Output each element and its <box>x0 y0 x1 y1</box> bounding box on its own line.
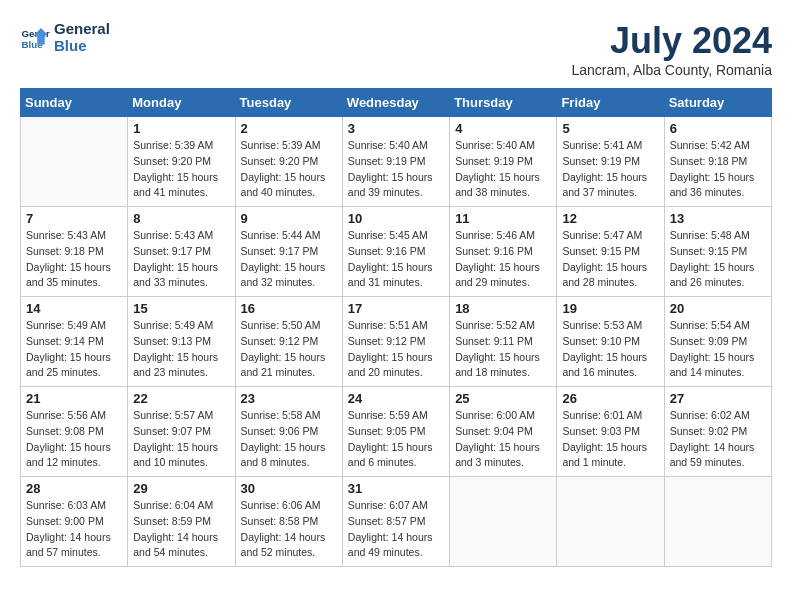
day-info: Sunrise: 5:45 AMSunset: 9:16 PMDaylight:… <box>348 228 444 291</box>
day-info: Sunrise: 5:57 AMSunset: 9:07 PMDaylight:… <box>133 408 229 471</box>
day-number: 11 <box>455 211 551 226</box>
calendar-cell: 19Sunrise: 5:53 AMSunset: 9:10 PMDayligh… <box>557 297 664 387</box>
day-number: 20 <box>670 301 766 316</box>
month-year: July 2024 <box>571 20 772 62</box>
day-number: 14 <box>26 301 122 316</box>
calendar: SundayMondayTuesdayWednesdayThursdayFrid… <box>20 88 772 567</box>
day-info: Sunrise: 5:53 AMSunset: 9:10 PMDaylight:… <box>562 318 658 381</box>
day-number: 21 <box>26 391 122 406</box>
day-info: Sunrise: 5:43 AMSunset: 9:18 PMDaylight:… <box>26 228 122 291</box>
day-info: Sunrise: 5:39 AMSunset: 9:20 PMDaylight:… <box>133 138 229 201</box>
calendar-cell: 4Sunrise: 5:40 AMSunset: 9:19 PMDaylight… <box>450 117 557 207</box>
calendar-week-row: 1Sunrise: 5:39 AMSunset: 9:20 PMDaylight… <box>21 117 772 207</box>
logo-text: General Blue <box>54 20 110 54</box>
day-number: 8 <box>133 211 229 226</box>
day-number: 28 <box>26 481 122 496</box>
day-info: Sunrise: 6:04 AMSunset: 8:59 PMDaylight:… <box>133 498 229 561</box>
day-info: Sunrise: 6:01 AMSunset: 9:03 PMDaylight:… <box>562 408 658 471</box>
day-info: Sunrise: 5:43 AMSunset: 9:17 PMDaylight:… <box>133 228 229 291</box>
day-number: 1 <box>133 121 229 136</box>
calendar-cell: 3Sunrise: 5:40 AMSunset: 9:19 PMDaylight… <box>342 117 449 207</box>
calendar-cell: 31Sunrise: 6:07 AMSunset: 8:57 PMDayligh… <box>342 477 449 567</box>
day-info: Sunrise: 6:03 AMSunset: 9:00 PMDaylight:… <box>26 498 122 561</box>
day-info: Sunrise: 6:02 AMSunset: 9:02 PMDaylight:… <box>670 408 766 471</box>
calendar-cell: 26Sunrise: 6:01 AMSunset: 9:03 PMDayligh… <box>557 387 664 477</box>
calendar-cell: 20Sunrise: 5:54 AMSunset: 9:09 PMDayligh… <box>664 297 771 387</box>
calendar-body: 1Sunrise: 5:39 AMSunset: 9:20 PMDaylight… <box>21 117 772 567</box>
day-number: 2 <box>241 121 337 136</box>
day-info: Sunrise: 5:49 AMSunset: 9:14 PMDaylight:… <box>26 318 122 381</box>
day-info: Sunrise: 6:00 AMSunset: 9:04 PMDaylight:… <box>455 408 551 471</box>
day-info: Sunrise: 5:44 AMSunset: 9:17 PMDaylight:… <box>241 228 337 291</box>
page-header: General Blue General Blue July 2024 Lanc… <box>20 20 772 78</box>
calendar-cell: 1Sunrise: 5:39 AMSunset: 9:20 PMDaylight… <box>128 117 235 207</box>
calendar-cell: 30Sunrise: 6:06 AMSunset: 8:58 PMDayligh… <box>235 477 342 567</box>
calendar-cell: 14Sunrise: 5:49 AMSunset: 9:14 PMDayligh… <box>21 297 128 387</box>
day-number: 10 <box>348 211 444 226</box>
logo-icon: General Blue <box>20 22 50 52</box>
day-info: Sunrise: 5:51 AMSunset: 9:12 PMDaylight:… <box>348 318 444 381</box>
calendar-header-row: SundayMondayTuesdayWednesdayThursdayFrid… <box>21 89 772 117</box>
calendar-cell: 15Sunrise: 5:49 AMSunset: 9:13 PMDayligh… <box>128 297 235 387</box>
day-info: Sunrise: 5:59 AMSunset: 9:05 PMDaylight:… <box>348 408 444 471</box>
calendar-cell: 28Sunrise: 6:03 AMSunset: 9:00 PMDayligh… <box>21 477 128 567</box>
day-info: Sunrise: 5:48 AMSunset: 9:15 PMDaylight:… <box>670 228 766 291</box>
calendar-cell: 2Sunrise: 5:39 AMSunset: 9:20 PMDaylight… <box>235 117 342 207</box>
calendar-cell <box>557 477 664 567</box>
day-info: Sunrise: 5:52 AMSunset: 9:11 PMDaylight:… <box>455 318 551 381</box>
day-info: Sunrise: 5:50 AMSunset: 9:12 PMDaylight:… <box>241 318 337 381</box>
day-number: 3 <box>348 121 444 136</box>
day-number: 16 <box>241 301 337 316</box>
day-number: 31 <box>348 481 444 496</box>
day-number: 26 <box>562 391 658 406</box>
day-number: 24 <box>348 391 444 406</box>
day-number: 29 <box>133 481 229 496</box>
weekday-header: Sunday <box>21 89 128 117</box>
day-info: Sunrise: 5:58 AMSunset: 9:06 PMDaylight:… <box>241 408 337 471</box>
calendar-cell: 17Sunrise: 5:51 AMSunset: 9:12 PMDayligh… <box>342 297 449 387</box>
weekday-header: Friday <box>557 89 664 117</box>
day-info: Sunrise: 6:06 AMSunset: 8:58 PMDaylight:… <box>241 498 337 561</box>
day-number: 22 <box>133 391 229 406</box>
day-info: Sunrise: 5:47 AMSunset: 9:15 PMDaylight:… <box>562 228 658 291</box>
day-number: 23 <box>241 391 337 406</box>
day-number: 12 <box>562 211 658 226</box>
calendar-cell <box>450 477 557 567</box>
day-number: 13 <box>670 211 766 226</box>
calendar-cell: 7Sunrise: 5:43 AMSunset: 9:18 PMDaylight… <box>21 207 128 297</box>
calendar-cell: 10Sunrise: 5:45 AMSunset: 9:16 PMDayligh… <box>342 207 449 297</box>
day-info: Sunrise: 5:40 AMSunset: 9:19 PMDaylight:… <box>348 138 444 201</box>
day-number: 6 <box>670 121 766 136</box>
title-block: July 2024 Lancram, Alba County, Romania <box>571 20 772 78</box>
weekday-header: Wednesday <box>342 89 449 117</box>
day-number: 18 <box>455 301 551 316</box>
day-info: Sunrise: 5:56 AMSunset: 9:08 PMDaylight:… <box>26 408 122 471</box>
weekday-header: Tuesday <box>235 89 342 117</box>
calendar-cell: 29Sunrise: 6:04 AMSunset: 8:59 PMDayligh… <box>128 477 235 567</box>
day-info: Sunrise: 5:49 AMSunset: 9:13 PMDaylight:… <box>133 318 229 381</box>
calendar-cell: 22Sunrise: 5:57 AMSunset: 9:07 PMDayligh… <box>128 387 235 477</box>
calendar-cell: 5Sunrise: 5:41 AMSunset: 9:19 PMDaylight… <box>557 117 664 207</box>
day-info: Sunrise: 5:40 AMSunset: 9:19 PMDaylight:… <box>455 138 551 201</box>
calendar-cell: 23Sunrise: 5:58 AMSunset: 9:06 PMDayligh… <box>235 387 342 477</box>
day-number: 9 <box>241 211 337 226</box>
calendar-cell: 8Sunrise: 5:43 AMSunset: 9:17 PMDaylight… <box>128 207 235 297</box>
calendar-cell: 6Sunrise: 5:42 AMSunset: 9:18 PMDaylight… <box>664 117 771 207</box>
calendar-cell: 27Sunrise: 6:02 AMSunset: 9:02 PMDayligh… <box>664 387 771 477</box>
day-number: 4 <box>455 121 551 136</box>
day-info: Sunrise: 5:39 AMSunset: 9:20 PMDaylight:… <box>241 138 337 201</box>
calendar-cell <box>664 477 771 567</box>
logo: General Blue General Blue <box>20 20 110 54</box>
day-number: 30 <box>241 481 337 496</box>
calendar-cell: 25Sunrise: 6:00 AMSunset: 9:04 PMDayligh… <box>450 387 557 477</box>
day-number: 25 <box>455 391 551 406</box>
location: Lancram, Alba County, Romania <box>571 62 772 78</box>
day-info: Sunrise: 5:41 AMSunset: 9:19 PMDaylight:… <box>562 138 658 201</box>
weekday-header: Thursday <box>450 89 557 117</box>
weekday-header: Monday <box>128 89 235 117</box>
calendar-cell: 12Sunrise: 5:47 AMSunset: 9:15 PMDayligh… <box>557 207 664 297</box>
calendar-cell: 16Sunrise: 5:50 AMSunset: 9:12 PMDayligh… <box>235 297 342 387</box>
calendar-week-row: 14Sunrise: 5:49 AMSunset: 9:14 PMDayligh… <box>21 297 772 387</box>
calendar-cell: 24Sunrise: 5:59 AMSunset: 9:05 PMDayligh… <box>342 387 449 477</box>
day-number: 5 <box>562 121 658 136</box>
